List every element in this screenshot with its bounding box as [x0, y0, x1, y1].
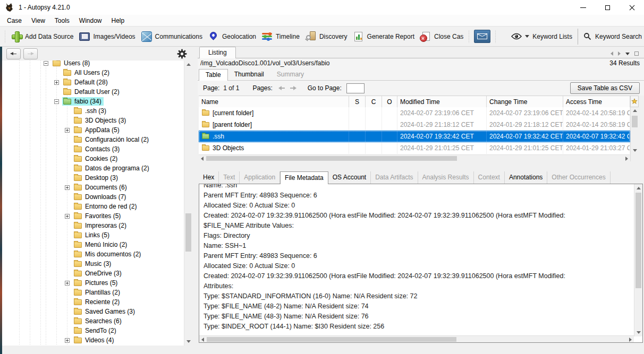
menu-window[interactable]: Window: [74, 16, 107, 25]
table-row-3d-objects[interactable]: 3D Objects 2024-01-29 21:01:25 CET 2024-…: [199, 142, 630, 154]
maximize-button[interactable]: [595, 0, 620, 15]
next-page-arrow-icon[interactable]: [290, 86, 296, 91]
tree-scrollbar[interactable]: [184, 61, 192, 346]
table-row-current-folder[interactable]: [current folder] 2024-02-07 23:19:06 CET…: [199, 107, 630, 119]
tab-table[interactable]: Table: [199, 69, 228, 81]
scroll-tabs-left-icon[interactable]: [611, 51, 613, 56]
keyword-lists-button[interactable]: Keyword Lists: [511, 33, 572, 40]
gear-icon[interactable]: [177, 49, 187, 59]
tree-item-onedrive[interactable]: OneDrive (3): [2, 269, 184, 278]
tree-item-cookies[interactable]: Cookies (2): [2, 154, 184, 163]
column-header-o[interactable]: O: [382, 96, 397, 108]
menu-view[interactable]: View: [27, 16, 50, 25]
maximize-panel-icon[interactable]: [634, 51, 639, 56]
menu-help[interactable]: Help: [107, 16, 130, 25]
tree-item-plantillas[interactable]: Plantillas (2): [2, 288, 184, 297]
tree-item-links[interactable]: Links (5): [2, 230, 184, 240]
expand-icon[interactable]: [65, 128, 70, 133]
timeline-button[interactable]: Timeline: [259, 29, 302, 44]
save-table-as-csv-button[interactable]: Save Table as CSV: [570, 82, 640, 94]
expand-icon[interactable]: [54, 80, 59, 85]
minimize-button[interactable]: [571, 0, 595, 15]
forward-button[interactable]: [23, 48, 38, 59]
tree-item-appdata[interactable]: AppData (5): [2, 125, 184, 135]
scroll-down-icon[interactable]: [187, 340, 191, 343]
scroll-up-icon[interactable]: [633, 109, 637, 112]
column-settings-button[interactable]: [630, 96, 639, 107]
scroll-right-icon[interactable]: [629, 338, 632, 342]
metadata-horizontal-scrollbar[interactable]: [199, 335, 634, 342]
menu-tools[interactable]: Tools: [50, 16, 74, 25]
scroll-down-icon[interactable]: [633, 149, 637, 152]
table-row-parent-folder[interactable]: [parent folder] 2024-01-29 21:18:12 CET …: [199, 119, 630, 131]
column-header-name[interactable]: Name: [199, 96, 349, 108]
scroll-left-icon[interactable]: [201, 338, 204, 342]
table-hscroll-thumb[interactable]: [206, 156, 457, 161]
tree-item-ssh[interactable]: .ssh (3): [2, 106, 184, 116]
keyword-search-button[interactable]: Keyword Search: [583, 32, 642, 41]
scroll-left-icon[interactable]: [201, 157, 204, 161]
metadata-vscroll-thumb[interactable]: [635, 193, 641, 288]
tab-os-account[interactable]: OS Account: [328, 171, 371, 184]
expand-icon[interactable]: [65, 338, 70, 343]
tab-thumbnail[interactable]: Thumbnail: [228, 69, 270, 80]
tree-item-music[interactable]: Music (3): [2, 259, 184, 269]
generate-report-button[interactable]: Generate Report: [350, 29, 417, 44]
close-button[interactable]: [620, 0, 644, 15]
column-header-c[interactable]: C: [366, 96, 382, 108]
discovery-button[interactable]: Discovery: [302, 29, 350, 44]
geolocation-button[interactable]: Geolocation: [205, 29, 259, 44]
tree-item-all-users[interactable]: All Users (2): [2, 68, 184, 77]
scroll-right-icon[interactable]: [625, 157, 628, 161]
expand-icon[interactable]: [65, 214, 70, 219]
tree-item-default-user[interactable]: Default User (2): [2, 87, 184, 97]
scroll-tabs-right-icon[interactable]: [618, 51, 621, 56]
images-videos-button[interactable]: Images/Videos: [76, 29, 138, 44]
tree-item-configuracion-local[interactable]: Configuración local (2): [2, 135, 184, 144]
tree-item-downloads[interactable]: Downloads (7): [2, 192, 184, 202]
tree-item-sendto[interactable]: SendTo (2): [2, 326, 184, 335]
collapse-icon[interactable]: [54, 99, 59, 104]
scroll-up-icon[interactable]: [187, 63, 191, 66]
expand-icon[interactable]: [65, 281, 70, 286]
tree-item-menu-inicio[interactable]: Menú Inicio (2): [2, 240, 184, 249]
tree-item-pictures[interactable]: Pictures (5): [2, 278, 184, 288]
table-row-ssh-selected[interactable]: .ssh 2024-02-07 19:32:42 CET 2024-02-07 …: [199, 131, 630, 142]
scroll-up-icon[interactable]: [637, 187, 641, 189]
tab-file-metadata[interactable]: File Metadata: [280, 171, 328, 184]
tree-item-saved-games[interactable]: Saved Games (3): [2, 307, 184, 316]
messages-button[interactable]: [474, 30, 490, 43]
tree-item-reciente[interactable]: Reciente (2): [2, 297, 184, 307]
tree-item-datos-de-programa[interactable]: Datos de programa (2): [2, 163, 184, 173]
tree-item-impresoras[interactable]: Impresoras (2): [2, 221, 184, 230]
table-horizontal-scrollbar[interactable]: [199, 154, 630, 161]
tree-scrollbar-thumb[interactable]: [185, 213, 191, 252]
metadata-vertical-scrollbar[interactable]: [634, 184, 642, 336]
metadata-hscroll-thumb[interactable]: [207, 337, 456, 342]
tree-item-contacts[interactable]: Contacts (3): [2, 144, 184, 154]
tree-item-desktop[interactable]: Desktop (3): [2, 173, 184, 183]
tree-item-fabio[interactable]: fabio (34): [2, 97, 184, 106]
tree-item-default[interactable]: Default (28): [2, 77, 184, 87]
tree-item-videos[interactable]: Videos (4): [2, 335, 184, 345]
collapse-icon[interactable]: [44, 61, 48, 66]
tab-annotations[interactable]: Annotations: [505, 171, 547, 184]
column-header-change-time[interactable]: Change Time: [487, 96, 563, 108]
column-header-s[interactable]: S: [349, 96, 366, 108]
tree-item-users[interactable]: Users (8): [2, 61, 184, 68]
tree-item-mis-documentos[interactable]: Mis documentos (2): [2, 249, 184, 259]
menu-case[interactable]: Case: [2, 16, 27, 25]
table-vscroll-thumb[interactable]: [632, 116, 638, 127]
tree-item-searches[interactable]: Searches (6): [2, 316, 184, 326]
expand-icon[interactable]: [65, 185, 70, 190]
tab-listing[interactable]: Listing: [199, 47, 236, 58]
tab-hex[interactable]: Hex: [199, 171, 219, 184]
tree-item-documents[interactable]: Documents (6): [2, 183, 184, 192]
scroll-down-icon[interactable]: [637, 331, 641, 334]
tab-list-dropdown-icon[interactable]: [625, 53, 630, 55]
prev-page-arrow-icon[interactable]: [278, 86, 285, 91]
column-header-access-time[interactable]: Access Time: [563, 96, 630, 108]
column-header-modified-time[interactable]: Modified Time: [397, 96, 487, 108]
communications-button[interactable]: Communications: [138, 29, 205, 44]
goto-page-input[interactable]: [346, 83, 365, 93]
